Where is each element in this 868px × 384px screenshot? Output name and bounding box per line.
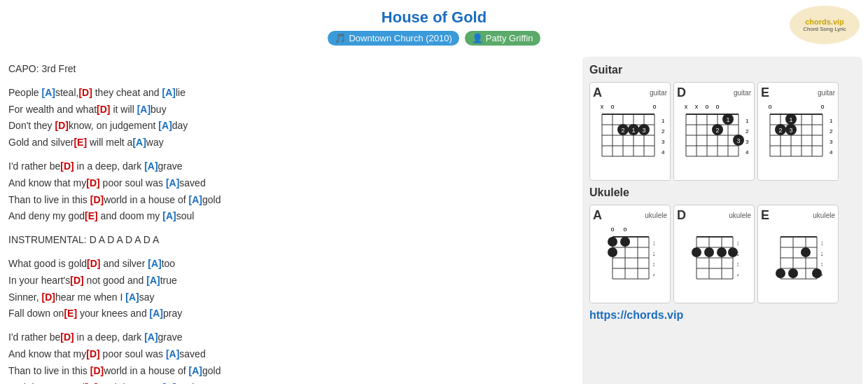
svg-text:4fr: 4fr — [746, 149, 749, 156]
music-icon: 🎵 — [335, 33, 346, 43]
chord-panel-url[interactable]: https://chords.vip — [589, 309, 855, 322]
svg-text:2fr: 2fr — [662, 128, 665, 135]
svg-point-87 — [608, 237, 617, 247]
svg-text:1: 1 — [726, 116, 729, 123]
guitar-section-title: Guitar — [589, 64, 855, 76]
verse-2: I'd rather be[D] in a deep, dark [A]grav… — [8, 158, 580, 225]
svg-text:3: 3 — [789, 127, 792, 134]
lyric-line: Fall down on[E] your knees and [A]pray — [8, 306, 580, 322]
svg-text:1: 1 — [789, 116, 792, 123]
lyric-line: Don't they [D]know, on judgement [A]day — [8, 118, 580, 135]
ukulele-chord-E: E ukulele — [757, 205, 839, 303]
svg-point-88 — [620, 237, 630, 247]
svg-text:2: 2 — [778, 127, 782, 134]
svg-text:3fr: 3fr — [662, 139, 665, 145]
lyric-line: And deny my god[E] and doom my [A]soul — [8, 380, 580, 384]
verse-1: People [A]steal,[D] they cheat and [A]li… — [8, 85, 580, 151]
svg-text:3: 3 — [736, 137, 740, 144]
svg-text:2fr: 2fr — [830, 128, 833, 135]
svg-text:x: x — [695, 103, 699, 110]
lyric-line: In your heart's[D] not good and [A]true — [8, 273, 580, 289]
svg-text:x: x — [601, 103, 604, 110]
svg-text:o: o — [623, 226, 626, 233]
svg-text:4fr: 4fr — [737, 273, 738, 277]
svg-text:4fr: 4fr — [830, 149, 833, 156]
svg-text:o: o — [820, 103, 824, 110]
svg-text:2fr: 2fr — [746, 128, 749, 135]
svg-text:o: o — [610, 103, 614, 110]
svg-point-121 — [776, 268, 785, 278]
svg-text:3fr: 3fr — [746, 139, 749, 145]
lyric-line: Gold and silver[E] will melt a[A]way — [8, 135, 580, 151]
svg-text:4fr: 4fr — [662, 149, 665, 156]
svg-text:1fr: 1fr — [830, 118, 833, 124]
svg-text:2: 2 — [621, 127, 624, 134]
svg-text:x: x — [685, 103, 688, 110]
svg-text:2: 2 — [715, 127, 719, 134]
svg-text:1fr: 1fr — [737, 241, 738, 246]
svg-text:1fr: 1fr — [821, 241, 822, 246]
lyric-line: I'd rather be[D] in a deep, dark [A]grav… — [8, 329, 580, 346]
svg-point-122 — [788, 268, 798, 278]
album-badge: 🎵 Downtown Church (2010) — [328, 31, 458, 46]
page-title: House of Gold — [0, 8, 868, 27]
person-icon: 👤 — [472, 33, 483, 43]
svg-text:1fr: 1fr — [653, 241, 654, 246]
svg-text:3fr: 3fr — [653, 262, 654, 267]
lyric-line: INSTRUMENTAL: D A D A D A D A — [8, 232, 580, 249]
page-header: House of Gold 🎵 Downtown Church (2010) 👤… — [0, 0, 868, 54]
lyric-line: And know that my[D] poor soul was [A]sav… — [8, 175, 580, 192]
verse-3: What good is gold[D] and silver [A]too I… — [8, 256, 580, 322]
ukulele-chord-A: A ukulele o o — [589, 205, 671, 303]
svg-point-106 — [728, 247, 738, 257]
svg-point-123 — [812, 268, 822, 278]
svg-text:o: o — [768, 103, 771, 110]
svg-text:4fr: 4fr — [653, 273, 654, 277]
lyric-line: And know that my[D] poor soul was [A]sav… — [8, 346, 580, 363]
lyric-line: For wealth and what[D] it will [A]buy — [8, 102, 580, 118]
svg-text:3fr: 3fr — [821, 262, 822, 267]
svg-point-103 — [692, 247, 701, 257]
logo: chords.vip Chord Song Lyric — [790, 6, 860, 44]
instrumental: INSTRUMENTAL: D A D A D A D A — [8, 232, 580, 249]
lyric-line: What good is gold[D] and silver [A]too — [8, 256, 580, 273]
svg-point-89 — [608, 247, 617, 257]
verse-4: I'd rather be[D] in a deep, dark [A]grav… — [8, 329, 580, 384]
ukulele-chord-D: D ukulele — [673, 205, 755, 303]
guitar-chord-A: A guitar x o o — [589, 82, 671, 181]
chord-panel: Guitar A guitar x o o — [582, 57, 862, 384]
svg-text:3: 3 — [642, 127, 645, 134]
guitar-chord-E: E guitar o o — [757, 82, 839, 181]
artist-badge: 👤 Patty Griffin — [465, 31, 540, 46]
guitar-chords-row: A guitar x o o — [589, 82, 855, 181]
svg-text:3fr: 3fr — [830, 139, 833, 145]
lyric-line: Than to live in this [D]world in a house… — [8, 363, 580, 380]
svg-point-104 — [704, 247, 714, 257]
svg-text:3fr: 3fr — [737, 262, 738, 267]
svg-text:o: o — [652, 103, 656, 110]
capo-text: CAPO: 3rd Fret — [8, 61, 580, 78]
badges-container: 🎵 Downtown Church (2010) 👤 Patty Griffin — [0, 31, 868, 46]
svg-point-105 — [717, 247, 727, 257]
main-content: CAPO: 3rd Fret People [A]steal,[D] they … — [0, 54, 868, 384]
svg-text:2fr: 2fr — [653, 252, 654, 256]
svg-text:o: o — [610, 226, 614, 233]
svg-text:1fr: 1fr — [662, 118, 665, 124]
svg-text:1fr: 1fr — [746, 118, 749, 124]
guitar-chord-D: D guitar x x o o — [673, 82, 755, 181]
ukulele-section-title: Ukulele — [589, 186, 855, 199]
lyric-line: And deny my god[E] and doom my [A]soul — [8, 208, 580, 225]
svg-text:2fr: 2fr — [821, 252, 822, 256]
lyric-line: Than to live in this [D]world in a house… — [8, 192, 580, 209]
lyric-line: Sinner, [D]hear me when I [A]say — [8, 289, 580, 306]
lyric-line: People [A]steal,[D] they cheat and [A]li… — [8, 85, 580, 102]
svg-text:o: o — [705, 103, 708, 110]
ukulele-chords-row: A ukulele o o — [589, 205, 855, 303]
svg-text:1: 1 — [631, 127, 635, 134]
lyrics-panel: CAPO: 3rd Fret People [A]steal,[D] they … — [6, 54, 582, 384]
svg-text:o: o — [715, 103, 719, 110]
svg-point-120 — [801, 247, 811, 257]
lyric-line: I'd rather be[D] in a deep, dark [A]grav… — [8, 158, 580, 175]
